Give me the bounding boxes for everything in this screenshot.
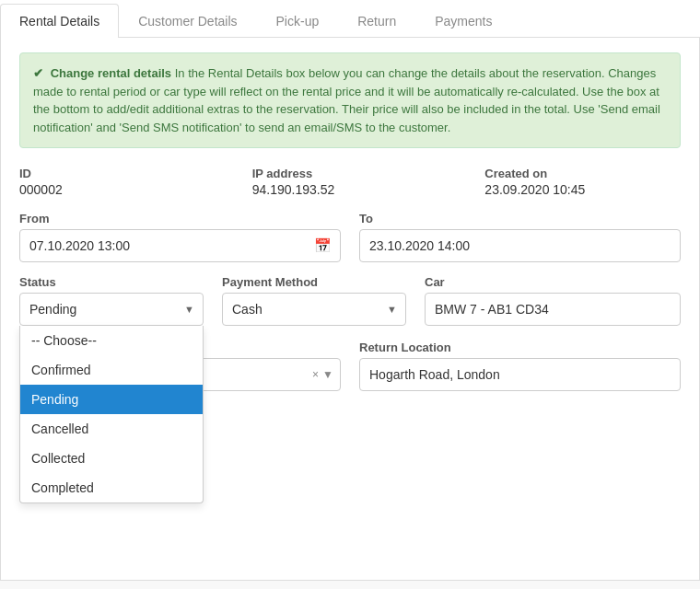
created-col: Created on 23.09.2020 10:45 xyxy=(484,167,681,197)
payment-select[interactable]: Cash Card Bank Transfer xyxy=(222,293,406,326)
created-value: 23.09.2020 10:45 xyxy=(484,182,681,197)
status-dropdown-list: -- Choose-- Confirmed Pending Cancelled … xyxy=(19,326,204,503)
id-label: ID xyxy=(19,167,216,180)
status-select[interactable]: -- Choose--ConfirmedPendingCancelledColl… xyxy=(19,293,204,326)
notice-title: Change rental details xyxy=(51,66,171,80)
payment-label: Payment Method xyxy=(222,275,406,289)
tab-payments[interactable]: Payments xyxy=(415,4,511,38)
tab-customer-details[interactable]: Customer Details xyxy=(119,4,256,38)
status-group: Status -- Choose--ConfirmedPendingCancel… xyxy=(19,275,204,326)
status-label: Status xyxy=(19,275,204,289)
to-input[interactable] xyxy=(359,229,681,262)
status-dropdown-wrapper: -- Choose--ConfirmedPendingCancelledColl… xyxy=(19,293,204,326)
id-col: ID 000002 xyxy=(19,167,216,197)
from-label: From xyxy=(19,212,341,225)
car-group: Car xyxy=(425,275,681,326)
to-label: To xyxy=(359,212,681,225)
created-label: Created on xyxy=(484,167,681,180)
to-group: To xyxy=(359,212,681,262)
dates-row: From 📅 To xyxy=(19,212,681,262)
id-value: 000002 xyxy=(19,182,216,197)
status-option-confirmed[interactable]: Confirmed xyxy=(20,355,203,385)
return-wrapper xyxy=(359,358,681,391)
ip-label: IP address xyxy=(252,167,449,180)
tab-return[interactable]: Return xyxy=(338,4,415,38)
car-input[interactable] xyxy=(425,293,681,326)
tab-bar: Rental Details Customer Details Pick-up … xyxy=(0,0,700,38)
main-content: ✔ Change rental details In the Rental De… xyxy=(0,38,700,581)
payment-select-wrapper: Cash Card Bank Transfer ▼ xyxy=(222,293,406,326)
status-option-choose[interactable]: -- Choose-- xyxy=(20,326,203,355)
notice-box: ✔ Change rental details In the Rental De… xyxy=(19,52,681,148)
status-option-pending[interactable]: Pending xyxy=(20,385,203,414)
meta-row: ID 000002 IP address 94.190.193.52 Creat… xyxy=(19,167,681,197)
from-input[interactable] xyxy=(19,229,341,262)
ip-value: 94.190.193.52 xyxy=(252,182,449,197)
tab-pickup[interactable]: Pick-up xyxy=(257,4,339,38)
status-option-collected[interactable]: Collected xyxy=(20,444,203,473)
payment-group: Payment Method Cash Card Bank Transfer ▼ xyxy=(222,275,406,326)
return-label: Return Location xyxy=(359,341,681,354)
return-col: Return Location xyxy=(359,341,681,391)
check-icon: ✔ xyxy=(33,66,43,80)
from-group: From 📅 xyxy=(19,212,341,262)
car-label: Car xyxy=(425,275,681,289)
return-input[interactable] xyxy=(359,358,681,391)
status-payment-row: Status -- Choose--ConfirmedPendingCancel… xyxy=(19,275,681,326)
ip-col: IP address 94.190.193.52 xyxy=(252,167,449,197)
tab-rental-details[interactable]: Rental Details xyxy=(0,4,119,38)
from-input-wrapper: 📅 xyxy=(19,229,341,262)
status-option-completed[interactable]: Completed xyxy=(20,473,203,502)
status-option-cancelled[interactable]: Cancelled xyxy=(20,414,203,444)
